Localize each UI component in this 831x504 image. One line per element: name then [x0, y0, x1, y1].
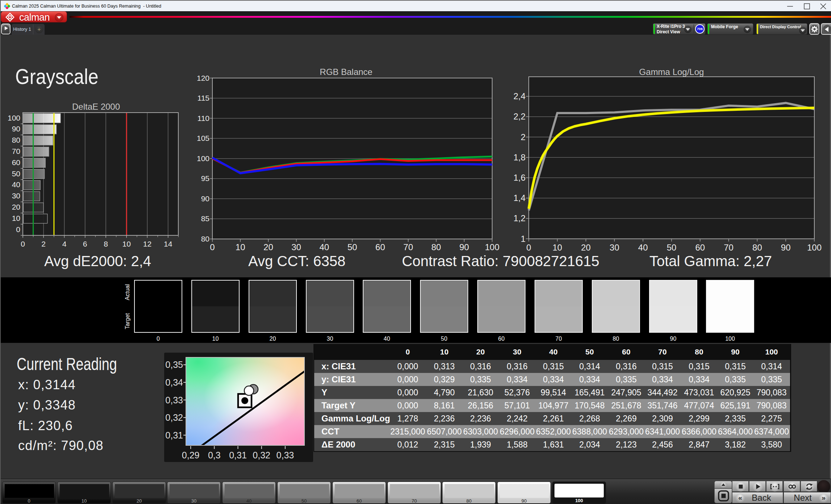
- svg-text:0: 0: [16, 225, 20, 234]
- svg-text:0: 0: [21, 240, 25, 248]
- svg-text:10: 10: [12, 214, 20, 222]
- svg-text:100: 100: [8, 114, 20, 122]
- svg-text:1,4: 1,4: [514, 193, 525, 203]
- svg-text:0,35: 0,35: [165, 360, 183, 370]
- svg-text:105: 105: [197, 134, 209, 142]
- svg-text:40: 40: [319, 242, 329, 252]
- svg-text:90: 90: [12, 125, 20, 133]
- svg-text:0,33: 0,33: [277, 450, 294, 460]
- svg-text:70: 70: [724, 243, 734, 252]
- svg-text:0,29: 0,29: [182, 450, 200, 460]
- svg-text:0,31: 0,31: [229, 450, 247, 460]
- svg-text:RGB Balance: RGB Balance: [320, 67, 372, 77]
- svg-text:4: 4: [62, 240, 67, 248]
- svg-text:100: 100: [485, 242, 499, 252]
- svg-text:90: 90: [201, 194, 209, 203]
- svg-text:115: 115: [198, 94, 209, 102]
- svg-text:90: 90: [781, 243, 791, 252]
- svg-text:80: 80: [431, 242, 441, 252]
- svg-text:90: 90: [459, 242, 469, 252]
- svg-text:50: 50: [667, 243, 677, 252]
- svg-text:1,6: 1,6: [514, 173, 525, 182]
- svg-text:70: 70: [403, 242, 413, 252]
- svg-text:30: 30: [291, 242, 301, 252]
- svg-text:30: 30: [610, 243, 619, 252]
- svg-text:1,2: 1,2: [514, 213, 525, 223]
- svg-text:2,2: 2,2: [514, 112, 525, 121]
- svg-text:14: 14: [164, 240, 173, 248]
- svg-text:2: 2: [41, 240, 46, 248]
- svg-text:2: 2: [521, 132, 525, 142]
- svg-text:100: 100: [807, 243, 822, 252]
- svg-text:70: 70: [12, 147, 20, 155]
- svg-text:60: 60: [695, 243, 705, 252]
- svg-text:20: 20: [263, 242, 273, 252]
- svg-text:10: 10: [122, 240, 131, 248]
- svg-text:60: 60: [12, 158, 20, 167]
- svg-text:110: 110: [198, 114, 209, 122]
- svg-text:0,3: 0,3: [208, 450, 221, 460]
- svg-text:1,8: 1,8: [514, 152, 525, 162]
- svg-text:20: 20: [581, 243, 591, 252]
- svg-text:0,33: 0,33: [165, 395, 183, 405]
- svg-text:10: 10: [236, 242, 245, 252]
- svg-text:30: 30: [12, 192, 20, 200]
- svg-text:20: 20: [12, 203, 20, 211]
- svg-text:50: 50: [12, 169, 20, 178]
- svg-text:100: 100: [197, 154, 209, 163]
- svg-text:6: 6: [83, 240, 87, 248]
- svg-text:40: 40: [12, 180, 20, 189]
- svg-text:0,34: 0,34: [165, 377, 183, 387]
- svg-text:120: 120: [197, 74, 209, 82]
- svg-text:80: 80: [201, 235, 209, 243]
- svg-text:DeltaE 2000: DeltaE 2000: [72, 102, 120, 112]
- svg-text:0,31: 0,31: [165, 430, 183, 440]
- svg-text:2,4: 2,4: [514, 91, 525, 101]
- svg-text:12: 12: [143, 240, 151, 248]
- svg-text:10: 10: [552, 243, 562, 252]
- svg-text:0,32: 0,32: [165, 412, 183, 423]
- svg-text:85: 85: [201, 214, 209, 223]
- svg-text:0: 0: [526, 243, 531, 252]
- svg-text:0,32: 0,32: [253, 450, 270, 460]
- svg-text:80: 80: [752, 243, 762, 252]
- svg-text:95: 95: [201, 174, 209, 182]
- svg-text:0: 0: [210, 242, 215, 252]
- svg-text:Gamma Log/Log: Gamma Log/Log: [639, 67, 704, 77]
- svg-text:60: 60: [375, 242, 385, 252]
- svg-text:50: 50: [348, 242, 357, 252]
- svg-text:40: 40: [638, 243, 648, 252]
- svg-text:80: 80: [12, 136, 20, 144]
- svg-text:8: 8: [104, 240, 108, 248]
- svg-text:1: 1: [521, 234, 525, 244]
